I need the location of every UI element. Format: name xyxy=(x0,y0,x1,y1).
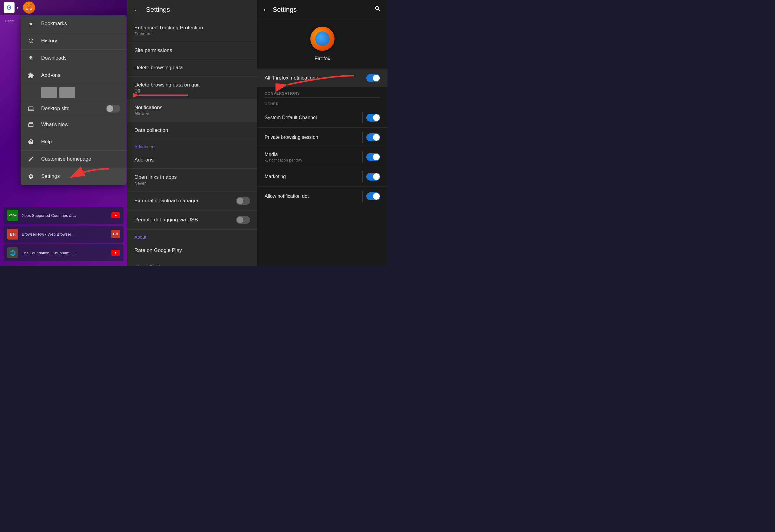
bh-tab-title: BrowserHow - Web Browser ... xyxy=(22,232,111,237)
divider-vertical-2 xyxy=(362,132,363,143)
screenshot-box-2 xyxy=(59,87,75,98)
settings-label: Settings xyxy=(41,173,60,179)
notif-row-marketing[interactable]: Marketing xyxy=(257,167,388,187)
customise-label: Customise homepage xyxy=(41,156,91,162)
help-label: Help xyxy=(41,139,52,145)
delete-on-quit-sub: Off xyxy=(134,89,250,93)
browser-dropdown-menu: ★ Bookmarks History Downloads Add-ons xyxy=(21,15,126,185)
search-button[interactable] xyxy=(374,5,381,14)
firefox-app-name: Firefox xyxy=(315,56,330,62)
svg-marker-0 xyxy=(115,214,117,216)
xbox-tab-title: Xbox Supported Countries & ... xyxy=(22,213,111,218)
bh-badge: BH xyxy=(111,230,120,238)
notif-row-media[interactable]: Media -1 notification per day xyxy=(257,147,388,167)
ext-download-label: External download manager xyxy=(134,198,199,204)
settings-notifications[interactable]: Notifications Allowed xyxy=(127,99,257,122)
notif-row-system-default[interactable]: System Default Channel xyxy=(257,108,388,128)
section-conversations: CONVERSATIONS xyxy=(257,87,388,97)
screenshot-row xyxy=(21,84,126,101)
addons-icon xyxy=(27,71,35,80)
system-default-label: System Default Channel xyxy=(265,115,359,120)
menu-item-downloads[interactable]: Downloads xyxy=(21,50,126,67)
settings-about-firefox[interactable]: About Firefox xyxy=(127,259,257,266)
menu-item-settings[interactable]: Settings xyxy=(21,168,126,185)
menu-item-addons[interactable]: Add-ons xyxy=(21,67,126,84)
remote-debug-toggle[interactable] xyxy=(236,216,250,224)
settings-site-permissions[interactable]: Site permissions xyxy=(127,42,257,59)
site-permissions-label: Site permissions xyxy=(134,47,250,54)
marketing-toggle[interactable] xyxy=(366,173,380,181)
private-browsing-label: Private browsing session xyxy=(265,135,359,140)
screenshot-box-1 xyxy=(41,87,57,98)
notif-row-allow-dot[interactable]: Allow notification dot xyxy=(257,187,388,206)
all-notif-toggle[interactable] xyxy=(366,74,380,82)
notif-header: ‹ Settings xyxy=(257,0,388,19)
menu-item-desktop-site[interactable]: Desktop site xyxy=(21,101,126,116)
open-links-sub: Never xyxy=(134,181,250,186)
desktop-site-label: Desktop site xyxy=(41,106,70,112)
remote-debug-label: Remote debugging via USB xyxy=(134,217,198,223)
menu-item-history[interactable]: History xyxy=(21,32,126,50)
tab-xbox[interactable]: XBOX Xbox Supported Countries & ... xyxy=(4,207,123,224)
open-links-label: Open links in apps xyxy=(134,174,250,180)
private-browsing-toggle[interactable] xyxy=(366,133,380,141)
menu-item-customise[interactable]: Customise homepage xyxy=(21,151,126,168)
firefox-app-section: Firefox xyxy=(257,19,388,69)
notif-panel-title: Settings xyxy=(273,6,297,14)
settings-rate[interactable]: Rate on Google Play xyxy=(127,242,257,259)
notifications-sub: Allowed xyxy=(134,111,250,116)
customise-icon xyxy=(27,155,35,163)
menu-item-help[interactable]: Help xyxy=(21,133,126,151)
settings-open-links[interactable]: Open links in apps Never xyxy=(127,169,257,191)
allow-dot-label: Allow notification dot xyxy=(265,194,359,199)
settings-delete-on-quit[interactable]: Delete browsing data on quit Off xyxy=(127,77,257,99)
settings-addons-adv[interactable]: Add-ons xyxy=(127,152,257,169)
settings-data-collection[interactable]: Data collection xyxy=(127,122,257,139)
media-label: Media xyxy=(265,152,359,157)
tab-foundation[interactable]: 🌐 The Foundation | Shubham C... xyxy=(4,244,123,261)
addons-label: Add-ons xyxy=(41,72,60,78)
desktop-site-toggle[interactable] xyxy=(106,105,120,113)
tracking-label: Enhanced Tracking Protection xyxy=(134,25,250,31)
divider-vertical-1 xyxy=(362,112,363,123)
firefox-logo xyxy=(310,27,335,51)
dropdown-arrow-icon[interactable]: ▼ xyxy=(16,5,19,10)
delete-on-quit-label: Delete browsing data on quit xyxy=(134,82,250,88)
settings-ext-download[interactable]: External download manager xyxy=(127,191,257,211)
settings-panel-title: Settings xyxy=(146,6,170,14)
allow-dot-toggle[interactable] xyxy=(366,192,380,200)
section-advanced: Advanced xyxy=(127,139,257,152)
downloads-icon xyxy=(27,54,35,62)
bookmarks-icon: ★ xyxy=(27,19,35,28)
settings-icon xyxy=(27,172,35,181)
addons-adv-label: Add-ons xyxy=(134,157,250,163)
section-about: About xyxy=(127,230,257,242)
all-notif-label: All 'Firefox' notifications xyxy=(265,75,318,81)
foundation-favicon: 🌐 xyxy=(7,247,18,258)
tab-browserhow[interactable]: BH BrowserHow - Web Browser ... BH xyxy=(4,226,123,243)
rate-label: Rate on Google Play xyxy=(134,247,250,253)
whats-new-icon xyxy=(27,120,35,129)
menu-item-whats-new[interactable]: What's New xyxy=(21,116,126,133)
settings-remote-debug[interactable]: Remote debugging via USB xyxy=(127,211,257,230)
desktop-site-icon xyxy=(27,104,35,113)
media-sub: -1 notification per day xyxy=(265,158,359,162)
notif-back-button[interactable]: ‹ xyxy=(263,6,266,13)
system-default-toggle[interactable] xyxy=(366,114,380,122)
delete-data-label: Delete browsing data xyxy=(134,65,250,71)
divider-vertical-5 xyxy=(362,191,363,202)
about-firefox-label: About Firefox xyxy=(134,265,250,266)
xbox-favicon: XBOX xyxy=(7,210,18,221)
history-icon xyxy=(27,37,35,45)
history-label: History xyxy=(41,38,57,44)
media-toggle[interactable] xyxy=(366,153,380,161)
settings-tracking[interactable]: Enhanced Tracking Protection Standard xyxy=(127,19,257,42)
ext-download-toggle[interactable] xyxy=(236,197,250,205)
settings-delete-data[interactable]: Delete browsing data xyxy=(127,59,257,77)
youtube-badge-xbox xyxy=(111,212,120,218)
marketing-label: Marketing xyxy=(265,174,359,179)
notif-row-private-browsing[interactable]: Private browsing session xyxy=(257,128,388,147)
menu-item-bookmarks[interactable]: ★ Bookmarks xyxy=(21,15,126,32)
notifications-panel: ‹ Settings Firefox All 'Firefox' notific… xyxy=(257,0,388,266)
back-button[interactable]: ← xyxy=(133,6,140,14)
